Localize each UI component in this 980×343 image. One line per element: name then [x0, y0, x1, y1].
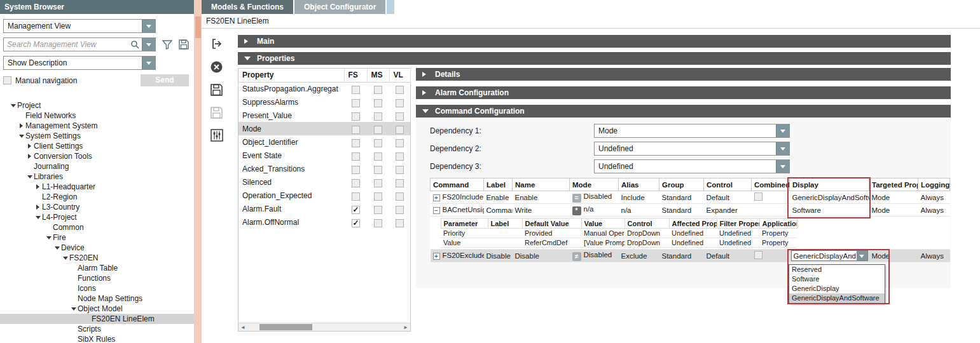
tree-item-alarm-table[interactable]: Alarm Table — [0, 263, 194, 273]
column-header-param-label[interactable]: Label — [488, 219, 522, 229]
tree-expander-icon[interactable] — [53, 246, 61, 250]
column-filter-icon[interactable] — [209, 128, 224, 143]
scrollbar-thumb[interactable] — [259, 324, 312, 330]
property-row[interactable]: Event State — [238, 149, 410, 162]
scroll-left-icon[interactable]: ◄ — [238, 323, 247, 331]
row-expander-icon[interactable]: + — [433, 194, 440, 201]
tree-item-fire[interactable]: Fire — [0, 232, 194, 243]
column-header-logging[interactable]: Logging — [918, 178, 950, 191]
chevron-down-icon[interactable] — [142, 20, 155, 32]
fs-checkbox[interactable] — [352, 152, 360, 161]
row-expander-icon[interactable]: − — [433, 207, 440, 214]
filter-icon[interactable] — [162, 40, 172, 50]
dropdown-option-software[interactable]: Software — [789, 274, 885, 284]
cancel-icon[interactable] — [209, 59, 224, 74]
ms-checkbox[interactable] — [374, 152, 382, 161]
scroll-right-icon[interactable]: ► — [401, 323, 410, 331]
tree-item-system-settings[interactable]: System Settings — [0, 131, 194, 141]
save-filter-icon[interactable] — [179, 39, 189, 50]
vl-checkbox[interactable] — [396, 86, 404, 94]
cell-display[interactable]: Software — [790, 204, 869, 217]
command-row-fs20exclude[interactable]: +FS20Exclude Disable Disable ≠Disabled E… — [431, 250, 950, 262]
view-selector[interactable]: Management View — [3, 19, 156, 33]
combined-checkbox[interactable] — [754, 251, 763, 259]
column-header-default-value[interactable]: Default Value — [522, 219, 581, 229]
horizontal-scrollbar[interactable]: ◄ ► — [238, 323, 410, 331]
tree-item-client-settings[interactable]: Client Settings — [0, 141, 194, 151]
tree-item-functions[interactable]: Functions — [0, 273, 194, 283]
column-header-alias[interactable]: Alias — [619, 178, 659, 191]
column-header-name[interactable]: Name — [513, 178, 570, 191]
chevron-down-icon[interactable] — [776, 124, 789, 137]
chevron-down-icon[interactable] — [142, 38, 155, 51]
tree-expander-icon[interactable] — [17, 135, 25, 138]
manual-navigation-option[interactable]: Manual navigation — [3, 76, 77, 85]
save-icon[interactable] — [209, 82, 224, 97]
send-button[interactable]: Send — [141, 74, 189, 86]
combined-checkbox[interactable] — [754, 192, 763, 201]
dependency-3-select[interactable]: Undefined — [594, 159, 790, 173]
column-header-label[interactable]: Label — [484, 178, 513, 191]
tree-item-device[interactable]: Device — [0, 243, 194, 253]
column-header-ms[interactable]: MS — [367, 69, 389, 82]
column-header-param-control[interactable]: Control — [625, 219, 669, 229]
vl-checkbox[interactable] — [396, 139, 404, 147]
section-command-configuration[interactable]: Command Configuration — [416, 105, 951, 118]
column-header-parameter[interactable]: Parameter — [441, 219, 488, 229]
chevron-down-icon[interactable] — [776, 142, 789, 155]
column-header-combined[interactable]: Combined — [752, 178, 790, 191]
ms-checkbox[interactable] — [374, 179, 382, 187]
property-row[interactable]: StatusPropagation.Aggregat — [238, 82, 410, 95]
column-header-value[interactable]: Value — [581, 219, 625, 229]
vl-checkbox[interactable] — [396, 192, 404, 201]
ms-checkbox[interactable] — [374, 166, 382, 174]
property-row[interactable]: Present_Value — [238, 109, 410, 122]
dependency-1-select[interactable]: Mode — [594, 124, 790, 138]
chevron-down-icon[interactable] — [776, 160, 789, 173]
column-header-display[interactable]: Display — [790, 178, 869, 191]
property-row[interactable]: Object_Identifier — [238, 135, 410, 149]
section-alarm-configuration[interactable]: Alarm Configuration — [416, 86, 951, 99]
fs-checkbox[interactable] — [352, 139, 360, 147]
fs-checkbox[interactable] — [352, 99, 360, 107]
tree-item-l3-country[interactable]: L3-Country — [0, 202, 194, 212]
column-header-property[interactable]: Property — [238, 69, 344, 82]
ms-checkbox[interactable] — [374, 112, 382, 121]
tree-expander-icon[interactable] — [45, 236, 53, 239]
dropdown-option-reserved[interactable]: Reserved — [789, 265, 885, 274]
ms-checkbox[interactable] — [374, 192, 382, 201]
property-row[interactable]: Alarm.Fault — [238, 202, 410, 215]
tree-expander-icon[interactable] — [61, 257, 69, 260]
tree-expander-icon[interactable] — [34, 205, 42, 210]
column-header-fs[interactable]: FS — [344, 69, 367, 82]
vl-checkbox[interactable] — [396, 166, 404, 174]
vl-checkbox[interactable] — [396, 112, 404, 121]
fs-checkbox[interactable] — [352, 166, 360, 174]
tree-item-sibx-rules[interactable]: SibX Rules — [0, 334, 194, 343]
search-input-group[interactable] — [3, 37, 156, 51]
column-header-vl[interactable]: VL — [389, 69, 410, 82]
column-header-group[interactable]: Group — [659, 178, 704, 191]
tree-item-l4-project[interactable]: L4-Project — [0, 212, 194, 222]
tab-models-and-functions[interactable]: Models & Functions — [202, 0, 293, 14]
tree-item-project[interactable]: Project — [0, 100, 194, 111]
tree-item-icons[interactable]: Icons — [0, 283, 194, 293]
fs-checkbox[interactable] — [352, 112, 360, 121]
tab-object-configurator[interactable]: Object Configurator — [294, 0, 385, 14]
fs-checkbox[interactable] — [352, 86, 360, 94]
chevron-down-icon[interactable] — [142, 57, 155, 69]
property-row[interactable]: Silenced — [238, 175, 410, 189]
tree-expander-icon[interactable] — [69, 307, 78, 311]
ms-checkbox[interactable] — [374, 126, 382, 134]
tree-expander-icon[interactable] — [9, 104, 17, 107]
property-row-selected[interactable]: Mode — [238, 122, 410, 135]
tree-item-conversion-tools[interactable]: Conversion Tools — [0, 151, 194, 161]
ms-checkbox[interactable] — [374, 219, 382, 227]
vl-checkbox[interactable] — [396, 206, 404, 214]
splitter-grip[interactable] — [195, 17, 201, 38]
parameter-row-value[interactable]: Value ReferCmdDef [Value Promptec DropDo… — [441, 238, 797, 248]
column-header-filter-proper[interactable]: Filter Proper — [717, 219, 759, 229]
tree-item-l2-region[interactable]: L2-Region — [0, 192, 194, 202]
tree-item-libraries[interactable]: Libraries — [0, 172, 194, 182]
tree-expander-icon[interactable] — [25, 154, 34, 159]
